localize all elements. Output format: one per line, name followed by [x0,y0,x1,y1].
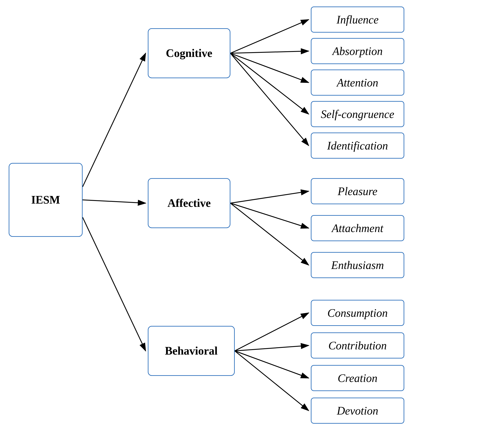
affective-node: Affective [148,178,230,228]
svg-line-13 [235,345,309,351]
leaf-enthusiasm: Enthusiasm [311,252,404,278]
leaf-influence: Influence [311,7,404,33]
svg-line-15 [235,351,309,411]
leaf-devotion: Devotion [311,398,404,424]
svg-line-12 [235,313,309,351]
svg-line-2 [83,200,146,203]
behavioral-node: Behavioral [148,326,235,376]
svg-line-11 [230,203,309,265]
leaf-consumption: Consumption [311,300,404,326]
leaf-identification: Identification [311,132,404,159]
leaf-self-congruence: Self-congruence [311,101,404,127]
leaf-attachment: Attachment [311,215,404,241]
svg-line-5 [230,51,309,53]
svg-line-7 [230,53,309,114]
root-label: IESM [31,194,60,206]
leaf-attention: Attention [311,70,404,96]
root-node: IESM [9,163,83,237]
svg-line-10 [230,203,309,228]
svg-line-14 [235,351,309,378]
behavioral-label: Behavioral [165,345,218,357]
svg-line-9 [230,191,309,203]
leaf-absorption: Absorption [311,38,404,64]
svg-line-1 [83,53,146,187]
svg-line-3 [83,217,146,351]
leaf-pleasure: Pleasure [311,178,404,204]
cognitive-label: Cognitive [166,47,212,59]
affective-label: Affective [167,197,211,209]
svg-line-8 [230,53,309,146]
svg-line-4 [230,19,309,53]
cognitive-node: Cognitive [148,28,230,78]
leaf-contribution: Contribution [311,332,404,358]
leaf-creation: Creation [311,365,404,391]
svg-line-6 [230,53,309,83]
